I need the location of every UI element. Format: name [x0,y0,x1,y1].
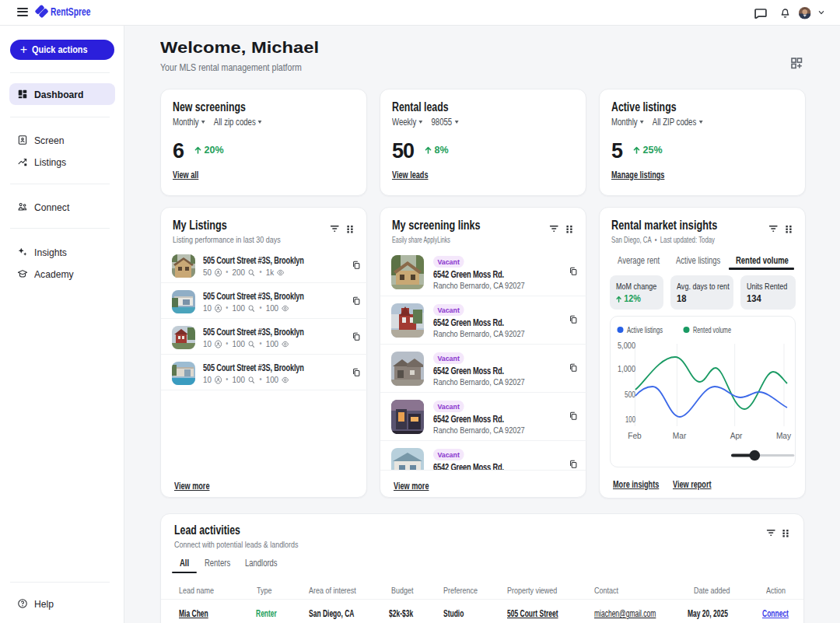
svg-text:100: 100 [625,415,635,424]
svg-text:Apr: Apr [730,432,743,440]
svg-text:1,000: 1,000 [618,364,635,373]
svg-text:Rented volume: Rented volume [693,325,731,334]
svg-text:Mar: Mar [673,432,687,440]
svg-text:Feb: Feb [628,432,642,440]
svg-text:May: May [776,432,792,440]
svg-text:Active listings: Active listings [627,325,663,334]
svg-text:5,000: 5,000 [618,341,635,350]
svg-text:500: 500 [625,390,635,399]
